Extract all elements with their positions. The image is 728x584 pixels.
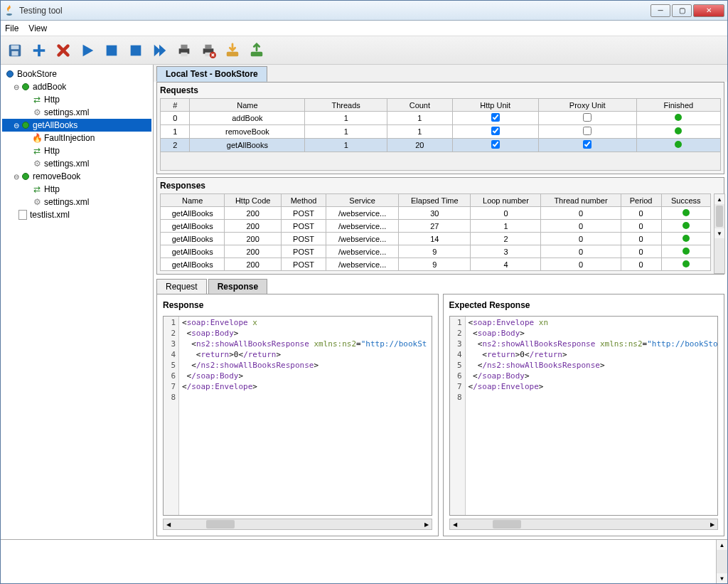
- tree-faultinjection[interactable]: 🔥FaultInjection: [2, 132, 151, 144]
- bottom-pane: ▲ ▼: [1, 539, 727, 583]
- table-row[interactable]: getAllBooks200POST/webservice...27100: [161, 220, 711, 233]
- col-r-period[interactable]: Period: [621, 194, 661, 207]
- table-row[interactable]: 2 getAllBooks 1 20: [161, 139, 721, 152]
- expected-hscroll[interactable]: ◀▶: [449, 519, 719, 530]
- printer-cancel-icon[interactable]: [198, 41, 218, 60]
- httpunit-checkbox[interactable]: [491, 113, 500, 122]
- printer-icon[interactable]: [174, 41, 194, 60]
- stop-icon[interactable]: [102, 41, 122, 60]
- col-r-elapsed[interactable]: Elapsed Time: [399, 194, 471, 207]
- table-row[interactable]: getAllBooks200POST/webservice...9300: [161, 245, 711, 258]
- responses-title: Responses: [160, 181, 721, 191]
- svg-rect-6: [181, 44, 187, 48]
- tree-addbook-http[interactable]: ⇄Http: [2, 93, 151, 106]
- close-button[interactable]: ✕: [693, 4, 724, 17]
- minimize-button[interactable]: ─: [651, 4, 670, 17]
- col-finished[interactable]: Finished: [636, 99, 720, 112]
- col-r-name[interactable]: Name: [161, 194, 225, 207]
- finished-dot: [675, 114, 682, 121]
- expected-panel-title: Expected Response: [444, 294, 724, 313]
- toolbar: [1, 36, 727, 65]
- export-icon[interactable]: [223, 41, 242, 60]
- svg-rect-4: [131, 45, 141, 55]
- table-row[interactable]: getAllBooks200POST/webservice...30000: [161, 207, 711, 220]
- col-httpunit[interactable]: Http Unit: [452, 99, 538, 112]
- tree-removebook-http[interactable]: ⇄Http: [2, 183, 151, 196]
- import-icon[interactable]: [247, 41, 267, 60]
- tree-getallbooks-settings[interactable]: ⚙settings.xml: [2, 157, 151, 170]
- menubar: File View: [1, 21, 727, 36]
- success-dot: [682, 222, 690, 229]
- play-all-icon[interactable]: [150, 41, 170, 60]
- table-row[interactable]: 0 addBook 1 1: [161, 112, 721, 125]
- tree-getallbooks-http[interactable]: ⇄Http: [2, 144, 151, 157]
- tree-testlist[interactable]: testlist.xml: [2, 208, 151, 221]
- col-r-success[interactable]: Success: [661, 194, 710, 207]
- svg-rect-9: [205, 44, 211, 48]
- svg-rect-7: [181, 52, 187, 56]
- col-r-service[interactable]: Service: [326, 194, 399, 207]
- tree-addbook[interactable]: ⊖addBook: [2, 80, 151, 93]
- tree-sidebar: BookStore ⊖addBook ⇄Http ⚙settings.xml ⊖…: [1, 65, 154, 539]
- finished-dot: [675, 127, 682, 134]
- svg-rect-3: [107, 45, 117, 55]
- col-name[interactable]: Name: [190, 99, 305, 112]
- col-r-loop[interactable]: Loop number: [471, 194, 541, 207]
- bottom-scrollbar[interactable]: ▲ ▼: [716, 540, 727, 583]
- table-row[interactable]: 1 removeBook 1 1: [161, 125, 721, 139]
- tab-local-test[interactable]: Local Test - BookStore: [156, 66, 267, 82]
- svg-rect-12: [227, 51, 239, 55]
- tree-bookstore[interactable]: BookStore: [2, 68, 151, 80]
- table-row[interactable]: getAllBooks200POST/webservice...14200: [161, 233, 711, 245]
- success-dot: [682, 248, 690, 255]
- col-r-thread[interactable]: Thread number: [541, 194, 621, 207]
- proxyunit-checkbox[interactable]: [583, 127, 592, 135]
- responses-scrollbar[interactable]: ▲ ▼: [714, 193, 725, 274]
- col-num[interactable]: #: [161, 99, 190, 112]
- tree-removebook[interactable]: ⊖removeBook: [2, 170, 151, 183]
- col-count[interactable]: Count: [387, 99, 452, 112]
- maximize-button[interactable]: ▢: [672, 4, 692, 17]
- responses-table: Name Http Code Method Service Elapsed Ti…: [160, 193, 711, 271]
- httpunit-checkbox[interactable]: [491, 140, 500, 149]
- java-icon: [4, 5, 15, 16]
- stop2-icon[interactable]: [126, 41, 146, 60]
- svg-rect-1: [11, 45, 19, 48]
- success-dot: [682, 260, 690, 267]
- expected-code[interactable]: 12345678 <soap:Envelope xn <soap:Body> <…: [449, 316, 719, 516]
- menu-view[interactable]: View: [28, 23, 47, 33]
- tree-getallbooks[interactable]: ⊖getAllBooks: [2, 119, 151, 132]
- proxyunit-checkbox[interactable]: [583, 140, 592, 149]
- col-proxyunit[interactable]: Proxy Unit: [538, 99, 636, 112]
- save-icon[interactable]: [5, 41, 25, 60]
- success-dot: [682, 209, 690, 216]
- tree-removebook-settings[interactable]: ⚙settings.xml: [2, 196, 151, 208]
- requests-title: Requests: [160, 85, 721, 95]
- table-row[interactable]: getAllBooks200POST/webservice...9400: [161, 258, 711, 271]
- col-threads[interactable]: Threads: [305, 99, 387, 112]
- success-dot: [682, 235, 690, 242]
- col-r-code[interactable]: Http Code: [225, 194, 282, 207]
- delete-icon[interactable]: [53, 41, 73, 60]
- tree-addbook-settings[interactable]: ⚙settings.xml: [2, 106, 151, 119]
- col-r-method[interactable]: Method: [281, 194, 326, 207]
- window-title: Testing tool: [19, 6, 649, 16]
- response-panel-title: Response: [157, 294, 438, 313]
- finished-dot: [675, 141, 682, 148]
- titlebar: Testing tool ─ ▢ ✕: [1, 1, 727, 21]
- add-icon[interactable]: [29, 41, 49, 60]
- httpunit-checkbox[interactable]: [491, 127, 500, 135]
- proxyunit-checkbox[interactable]: [583, 113, 592, 122]
- svg-rect-2: [11, 51, 18, 55]
- subtab-request[interactable]: Request: [156, 279, 207, 294]
- play-icon[interactable]: [77, 41, 97, 60]
- menu-file[interactable]: File: [5, 23, 18, 33]
- subtab-response[interactable]: Response: [208, 279, 267, 294]
- svg-rect-13: [251, 51, 263, 55]
- response-code[interactable]: 12345678 <soap:Envelope x <soap:Body> <n…: [163, 316, 432, 516]
- response-hscroll[interactable]: ◀▶: [163, 519, 432, 530]
- requests-table: # Name Threads Count Http Unit Proxy Uni…: [160, 98, 721, 152]
